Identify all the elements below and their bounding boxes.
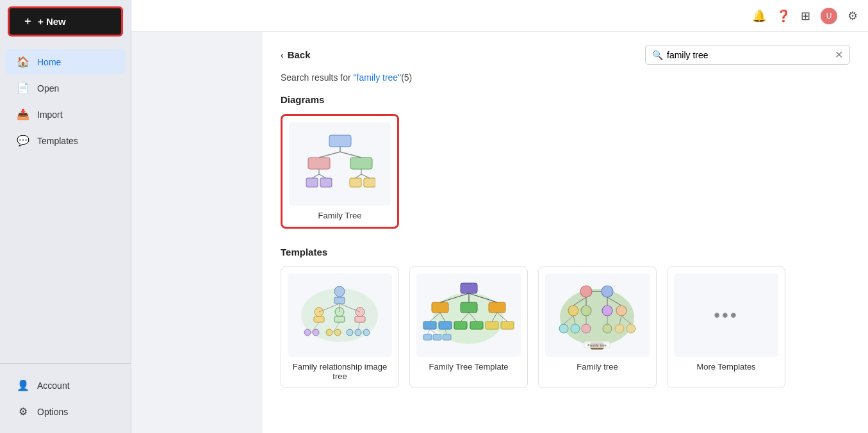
svg-rect-50 [486,322,498,329]
svg-rect-59 [433,334,441,340]
template-preview-family-rel [288,274,392,357]
sidebar-label-templates: Templates [37,136,78,146]
template-label-more: More Templates [696,362,755,372]
import-icon: 📥 [17,108,29,120]
svg-rect-6 [306,178,318,187]
svg-line-61 [427,329,430,334]
sidebar-item-options[interactable]: ⚙ Options [5,399,126,424]
search-input[interactable] [667,50,835,60]
results-count: (5) [401,72,412,83]
template-label-family-rel: Family relationship image tree [288,362,392,381]
clear-search-icon[interactable]: ✕ [835,49,843,61]
svg-point-78 [571,324,580,333]
bell-icon[interactable]: 🔔 [752,9,766,23]
svg-point-17 [334,286,345,297]
sidebar-nav: 🏠 Home 📄 Open 📥 Import 💬 Templates [0,43,131,363]
svg-line-62 [430,329,437,334]
new-button[interactable]: ＋ + New [8,6,123,37]
home-icon: 🏠 [17,56,29,68]
search-bar: 🔍 ✕ [645,45,850,65]
templates-icon: 💬 [17,135,29,147]
svg-point-66 [580,286,592,297]
svg-rect-12 [364,178,375,187]
sidebar-label-open: Open [37,83,59,94]
template-card-more[interactable]: ••• More Templates [667,266,785,388]
more-dots-icon: ••• [714,305,738,325]
svg-line-10 [319,174,326,178]
template-label-family-tree: Family tree [577,362,618,372]
template-label-family-tree-tpl: Family Tree Template [429,362,508,372]
svg-point-28 [304,329,311,336]
sidebar-item-home[interactable]: 🏠 Home [5,49,126,74]
svg-point-81 [615,324,624,333]
results-prefix: Search results for [281,72,354,83]
sidebar-item-import[interactable]: 📥 Import [5,102,126,127]
sidebar-label-home: Home [37,57,61,67]
apps-icon[interactable]: ⊞ [801,9,810,23]
diagrams-section-title: Diagrams [281,94,850,105]
results-keyword: "family tree" [354,72,402,83]
svg-point-30 [326,329,332,336]
svg-point-80 [603,324,612,333]
diagrams-grid: Family Tree [281,114,850,229]
sidebar-bottom: 👤 Account ⚙ Options [0,363,131,433]
sidebar-item-templates[interactable]: 💬 Templates [5,128,126,153]
help-icon[interactable]: ❓ [776,9,790,23]
options-icon: ⚙ [17,405,29,418]
svg-point-72 [616,306,626,316]
sidebar: ＋ + New 🏠 Home 📄 Open 📥 Import 💬 Templat… [0,0,131,433]
svg-line-15 [361,174,370,178]
svg-line-9 [312,174,319,178]
svg-rect-48 [454,322,467,329]
svg-point-82 [626,324,635,333]
svg-point-71 [602,306,612,316]
template-card-family-tree-tpl[interactable]: Family Tree Template [409,266,528,388]
diagram-card-label: Family Tree [318,211,362,220]
svg-rect-40 [432,302,448,313]
new-button-label: + New [38,16,66,27]
sidebar-item-open[interactable]: 📄 Open [5,76,126,101]
svg-rect-7 [320,178,332,187]
search-icon: 🔍 [652,50,663,60]
svg-rect-49 [470,322,483,329]
template-card-family-rel[interactable]: Family relationship image tree [281,266,399,388]
svg-rect-60 [443,334,451,340]
back-button[interactable]: ‹ Back [281,49,311,60]
open-icon: 📄 [17,82,29,94]
plus-icon: ＋ [22,15,33,28]
svg-line-14 [356,174,361,178]
svg-point-29 [313,329,319,336]
templates-section-title: Templates [281,247,850,257]
svg-rect-0 [329,135,351,147]
svg-rect-47 [439,322,452,329]
account-icon: 👤 [17,379,29,391]
sidebar-label-import: Import [37,110,63,120]
svg-point-70 [581,306,591,316]
user-avatar[interactable]: U [821,8,837,24]
diagram-card-preview [289,122,391,206]
svg-rect-51 [501,322,514,329]
template-preview-family-tree: Family tree [545,274,650,357]
template-preview-more: ••• [674,274,778,357]
svg-line-4 [319,152,340,158]
svg-rect-22 [334,316,345,322]
diagram-card-family-tree[interactable]: Family Tree [281,114,399,229]
svg-rect-24 [355,316,365,322]
svg-point-67 [602,286,613,297]
svg-rect-42 [489,302,505,313]
svg-line-5 [340,152,361,158]
svg-rect-41 [461,302,477,313]
svg-point-32 [347,329,353,336]
svg-text:Family tree: Family tree [587,343,607,347]
settings-icon[interactable]: ⚙ [848,9,858,23]
chevron-left-icon: ‹ [281,50,284,60]
sidebar-label-options: Options [37,407,68,417]
svg-rect-20 [314,316,324,322]
svg-rect-46 [423,322,436,329]
template-card-family-tree[interactable]: Family tree Family tree [538,266,657,388]
main-content: ‹ Back 🔍 ✕ Search results for "family tr… [263,0,868,433]
templates-grid: Family relationship image tree [281,266,850,388]
svg-rect-11 [350,178,361,187]
sidebar-label-account: Account [37,380,70,391]
sidebar-item-account[interactable]: 👤 Account [5,373,126,398]
